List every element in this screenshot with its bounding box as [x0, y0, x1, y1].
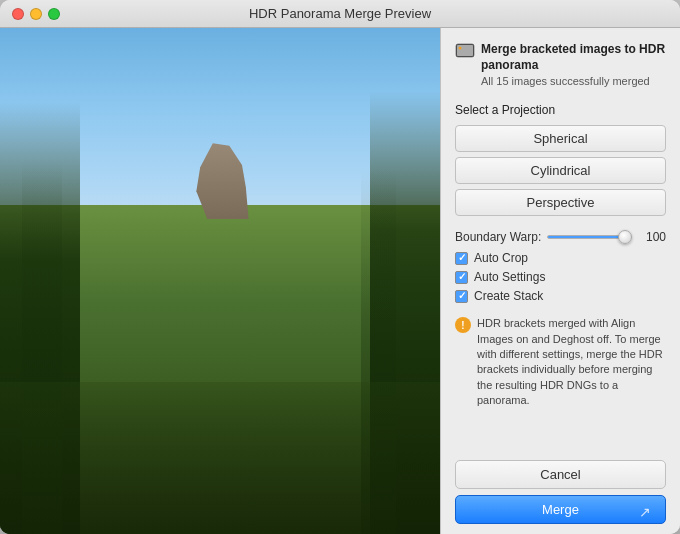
info-text: HDR brackets merged with Align Images on… [477, 316, 666, 408]
boundary-warp-slider-container [547, 229, 632, 245]
spacer [455, 409, 666, 450]
merge-button[interactable]: Merge ↗ [455, 495, 666, 524]
auto-crop-checkbox[interactable]: ✓ [455, 252, 468, 265]
main-window: HDR Panorama Merge Preview [0, 0, 680, 534]
cancel-button[interactable]: Cancel [455, 460, 666, 489]
cursor-indicator: ↗ [639, 504, 651, 520]
titlebar: HDR Panorama Merge Preview [0, 0, 680, 28]
auto-settings-row: ✓ Auto Settings [455, 270, 666, 284]
projection-section-label: Select a Projection [455, 103, 666, 117]
boundary-warp-value: 100 [638, 230, 666, 244]
info-box: ! HDR brackets merged with Align Images … [455, 316, 666, 408]
button-row: Cancel Merge ↗ [455, 460, 666, 524]
svg-point-2 [459, 47, 462, 50]
right-panel: Merge bracketed images to HDR panorama A… [440, 28, 680, 534]
projection-spherical-button[interactable]: Spherical [455, 125, 666, 152]
auto-crop-check: ✓ [458, 253, 466, 263]
info-icon: ! [455, 317, 471, 333]
preview-area [0, 28, 440, 534]
auto-settings-check: ✓ [458, 272, 466, 282]
panorama-preview [0, 28, 440, 534]
create-stack-check: ✓ [458, 291, 466, 301]
projection-cylindrical-button[interactable]: Cylindrical [455, 157, 666, 184]
boundary-warp-label: Boundary Warp: [455, 230, 541, 244]
minimize-button[interactable] [30, 8, 42, 20]
boundary-warp-section: Boundary Warp: 100 [455, 229, 666, 245]
hdr-panorama-icon [455, 43, 475, 59]
create-stack-checkbox[interactable]: ✓ [455, 290, 468, 303]
close-button[interactable] [12, 8, 24, 20]
auto-crop-row: ✓ Auto Crop [455, 251, 666, 265]
panel-title: Merge bracketed images to HDR panorama [481, 42, 666, 73]
boundary-warp-thumb[interactable] [618, 230, 632, 244]
merge-button-label: Merge [542, 502, 579, 517]
traffic-lights [12, 8, 60, 20]
panel-title-block: Merge bracketed images to HDR panorama A… [481, 42, 666, 87]
main-content: Merge bracketed images to HDR panorama A… [0, 28, 680, 534]
projection-perspective-button[interactable]: Perspective [455, 189, 666, 216]
maximize-button[interactable] [48, 8, 60, 20]
panel-header: Merge bracketed images to HDR panorama A… [455, 42, 666, 87]
auto-settings-label: Auto Settings [474, 270, 545, 284]
create-stack-row: ✓ Create Stack [455, 289, 666, 303]
foreground [0, 382, 440, 534]
auto-crop-label: Auto Crop [474, 251, 528, 265]
panel-subtitle: All 15 images successfully merged [481, 75, 666, 87]
create-stack-label: Create Stack [474, 289, 543, 303]
window-title: HDR Panorama Merge Preview [249, 6, 431, 21]
auto-settings-checkbox[interactable]: ✓ [455, 271, 468, 284]
